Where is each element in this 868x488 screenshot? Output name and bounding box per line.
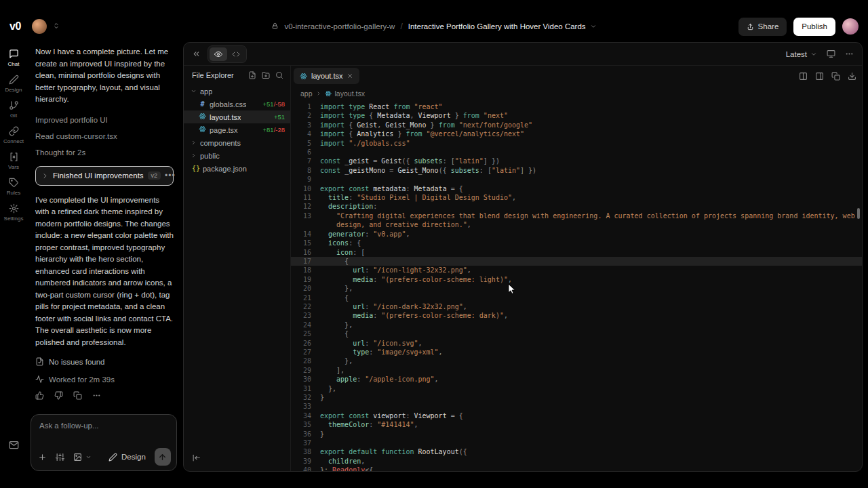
v0-logo[interactable]: v0 — [9, 20, 21, 33]
sidebar-item-design[interactable]: Design — [1, 75, 26, 93]
code-line[interactable]: 9 — [291, 175, 862, 184]
tree-folder-public[interactable]: public — [184, 149, 290, 162]
sliders-icon[interactable] — [56, 453, 64, 462]
code-line[interactable]: 14generator: "v0.app", — [291, 230, 862, 239]
code-line[interactable]: 33 — [291, 402, 862, 411]
code-line[interactable]: 15icons: { — [291, 239, 862, 247]
step-improved-portfolio-ui[interactable]: Improved portfolio UI — [35, 112, 174, 128]
code-line[interactable]: 23media: "(prefers-color-scheme: dark)", — [291, 311, 862, 320]
worked-duration-row[interactable]: Worked for 2m 39s — [35, 375, 174, 384]
code-line[interactable]: 20}, — [291, 284, 862, 293]
code-line[interactable]: 3import { Geist, Geist_Mono } from "next… — [291, 121, 862, 129]
panel-right-icon[interactable] — [815, 72, 824, 81]
sidebar-item-connect[interactable]: Connect — [1, 126, 26, 144]
code-line[interactable]: 17{ — [291, 257, 862, 266]
code-line[interactable]: 38export default function RootLayout({ — [291, 447, 862, 456]
code-line[interactable]: 5import "./globals.css" — [291, 139, 862, 148]
monitor-icon[interactable] — [827, 49, 835, 58]
tree-file-layout-tsx[interactable]: layout.tsx +51 — [184, 110, 290, 123]
sidebar-item-chat[interactable]: Chat — [1, 49, 26, 67]
more-options-icon[interactable] — [845, 49, 854, 58]
code-line[interactable]: 7const _geist = Geist({ subsets: ["latin… — [291, 157, 862, 165]
publish-button[interactable]: Publish — [793, 18, 835, 36]
chevrons-up-down-icon[interactable] — [52, 20, 60, 33]
code-line[interactable]: 8const _geistMono = Geist_Mono({ subsets… — [291, 166, 862, 175]
collapse-left-icon[interactable] — [192, 453, 201, 465]
code-line[interactable]: 32} — [291, 393, 862, 402]
more-options-icon[interactable]: ••• — [165, 171, 176, 180]
scrollbar-thumb[interactable] — [857, 208, 860, 219]
code-line[interactable]: 27type: "image/svg+xml", — [291, 348, 862, 357]
mail-icon[interactable] — [9, 440, 19, 453]
split-view-icon[interactable] — [799, 72, 808, 81]
code-line[interactable]: 35themeColor: "#141414", — [291, 420, 862, 429]
double-chevron-left-icon[interactable] — [192, 49, 201, 58]
code-line[interactable]: 40}: Readonly<{ — [291, 466, 862, 471]
code-toggle[interactable] — [227, 47, 245, 61]
code-line[interactable]: 1import type React from "react" — [291, 102, 862, 111]
code-line[interactable]: 34export const viewport: Viewport = { — [291, 411, 862, 420]
code-line[interactable]: 37 — [291, 439, 862, 447]
step-read-custom-cursor[interactable]: Read custom-cursor.tsx — [35, 128, 174, 144]
code-line[interactable]: 39children, — [291, 457, 862, 466]
no-issues-row[interactable]: No issues found — [35, 357, 174, 366]
code-line[interactable]: 16icon: [ — [291, 248, 862, 257]
image-icon[interactable] — [73, 453, 82, 462]
code-line[interactable]: 28}, — [291, 357, 862, 365]
code-line[interactable]: 13"Crafting digital experiences that ble… — [291, 211, 862, 230]
code-line[interactable]: 26url: "/icon.svg", — [291, 339, 862, 348]
tree-folder-app[interactable]: app — [184, 85, 290, 98]
code-line[interactable]: 24}, — [291, 321, 862, 329]
step-thought[interactable]: Thought for 2s — [35, 144, 174, 161]
search-icon[interactable] — [275, 71, 283, 79]
editor-breadcrumb[interactable]: app layout.tsx — [291, 86, 862, 101]
workspace-avatar[interactable] — [32, 19, 47, 34]
code-line[interactable]: 11title: "Studio Pixel | Digital Design … — [291, 193, 862, 202]
tree-file-page-tsx[interactable]: page.tsx +81/-28 — [184, 123, 290, 136]
tree-folder-components[interactable]: components — [184, 136, 290, 149]
sidebar-item-git[interactable]: Git — [1, 100, 26, 119]
copy-icon[interactable] — [831, 72, 840, 81]
code-area[interactable]: 1import type React from "react"2import t… — [291, 101, 862, 471]
code-line[interactable]: 21{ — [291, 293, 862, 302]
sidebar-item-rules[interactable]: Rules — [1, 178, 26, 196]
finished-version-card[interactable]: Finished UI improvements v2 ••• — [35, 166, 174, 186]
file-plus-icon[interactable] — [248, 71, 256, 79]
code-line[interactable]: 2import type { Metadata, Viewport } from… — [291, 111, 862, 120]
code-line[interactable]: 4import { Analytics } from "@vercel/anal… — [291, 129, 862, 138]
share-button[interactable]: Share — [738, 18, 787, 36]
folder-plus-icon[interactable] — [262, 71, 270, 79]
copy-icon[interactable] — [73, 391, 82, 400]
follow-up-input[interactable] — [35, 418, 172, 442]
thumbs-up-icon[interactable] — [35, 391, 44, 400]
thumbs-down-icon[interactable] — [54, 391, 63, 400]
close-icon[interactable] — [347, 73, 353, 79]
tree-file-package-json[interactable]: {} package.json — [184, 162, 290, 175]
user-avatar[interactable] — [842, 18, 859, 35]
code-line[interactable]: 18url: "/icon-light-32x32.png", — [291, 266, 862, 274]
tree-file-globals-css[interactable]: # globals.css +51/-58 — [184, 98, 290, 110]
code-line[interactable]: 25{ — [291, 329, 862, 338]
chevron-down-icon[interactable] — [91, 451, 92, 463]
sidebar-item-vars[interactable]: Vars — [1, 152, 26, 170]
download-icon[interactable] — [848, 72, 856, 81]
version-dropdown[interactable]: Latest — [786, 50, 817, 58]
sidebar-item-settings[interactable]: Settings — [1, 203, 26, 222]
code-line[interactable]: 12description: — [291, 202, 862, 211]
code-line[interactable]: 19media: "(prefers-color-scheme: light)"… — [291, 275, 862, 284]
send-button[interactable] — [155, 448, 171, 466]
code-line[interactable]: 36} — [291, 430, 862, 439]
code-line[interactable]: 10export const metadata: Metadata = { — [291, 184, 862, 193]
design-mode-button[interactable]: Design — [108, 453, 146, 462]
code-line[interactable]: 30apple: "/apple-icon.png", — [291, 375, 862, 384]
code-line[interactable]: 22url: "/icon-dark-32x32.png", — [291, 302, 862, 311]
project-name[interactable]: v0-interactive-portfolio-gallery-w — [284, 22, 395, 30]
preview-toggle[interactable] — [210, 47, 227, 61]
tab-layout-tsx[interactable]: layout.tsx — [294, 68, 359, 84]
code-line[interactable]: 29], — [291, 366, 862, 375]
code-line[interactable]: 6 — [291, 148, 862, 157]
chat-title-dropdown[interactable]: Interactive Portfolio Gallery with Hover… — [408, 22, 597, 30]
code-line[interactable]: 31}, — [291, 384, 862, 393]
ellipsis-icon[interactable] — [92, 391, 101, 400]
plus-icon[interactable] — [38, 453, 47, 462]
